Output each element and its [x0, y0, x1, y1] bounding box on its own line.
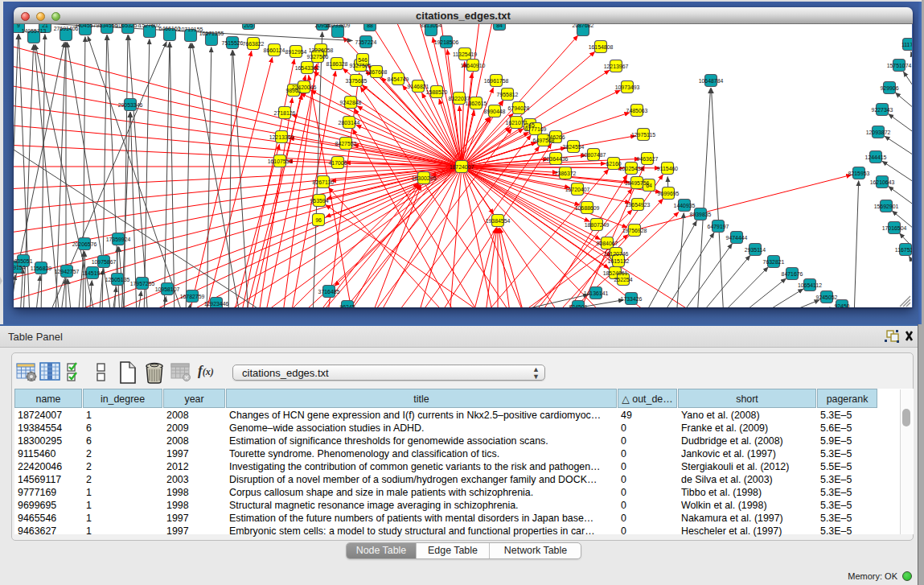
svg-text:7955812: 7955812	[497, 92, 519, 97]
svg-text:7632821: 7632821	[763, 259, 785, 265]
svg-text:1733426: 1733426	[621, 296, 643, 302]
svg-text:8990448: 8990448	[484, 109, 506, 114]
svg-text:1145194: 1145194	[82, 270, 103, 276]
svg-text:18724007: 18724007	[450, 164, 474, 170]
svg-text:21: 21	[42, 24, 48, 28]
svg-text:17016504: 17016504	[882, 225, 907, 231]
svg-text:9245052: 9245052	[816, 295, 838, 300]
svg-text:14055713: 14055713	[22, 28, 47, 34]
svg-text:88: 88	[367, 24, 373, 28]
svg-text:6479197: 6479197	[708, 224, 729, 229]
svg-text:9327505: 9327505	[350, 63, 372, 68]
svg-text:6466160: 6466160	[159, 26, 181, 31]
svg-text:9115460: 9115460	[657, 166, 678, 171]
svg-text:18640910: 18640910	[461, 63, 486, 68]
svg-text:9463627: 9463627	[637, 156, 659, 162]
svg-text:9777169: 9777169	[525, 126, 547, 132]
svg-text:8215953: 8215953	[848, 171, 870, 176]
svg-text:2935114: 2935114	[745, 247, 766, 253]
svg-text:12942757: 12942757	[55, 269, 80, 274]
svg-text:12923446: 12923446	[204, 301, 229, 307]
svg-text:12213369: 12213369	[269, 134, 294, 140]
svg-text:835051: 835051	[14, 258, 33, 264]
svg-text:10958107: 10958107	[155, 286, 180, 292]
svg-text:10973493: 10973493	[615, 84, 640, 90]
svg-text:12975115: 12975115	[631, 132, 655, 138]
svg-text:7357224: 7357224	[355, 39, 377, 45]
svg-text:19218506: 19218506	[434, 39, 459, 45]
svg-text:8186328: 8186328	[326, 61, 348, 67]
svg-text:10025438: 10025438	[619, 166, 644, 171]
svg-text:17359924: 17359924	[106, 237, 131, 242]
svg-text:16671355: 16671355	[199, 31, 224, 36]
svg-text:2867608: 2867608	[366, 69, 388, 75]
svg-text:8471676: 8471676	[782, 271, 803, 277]
svg-text:29053346: 29053346	[118, 102, 143, 108]
svg-text:16782759: 16782759	[180, 294, 205, 299]
svg-text:205: 205	[244, 24, 253, 28]
svg-text:7663822: 7663822	[243, 41, 265, 47]
svg-text:10654112: 10654112	[798, 282, 822, 288]
svg-text:1615132: 1615132	[608, 258, 630, 264]
svg-text:8660124: 8660124	[264, 47, 285, 53]
svg-text:3404557: 3404557	[75, 24, 97, 28]
svg-text:18300295: 18300295	[412, 175, 437, 181]
svg-text:2087682: 2087682	[573, 24, 594, 28]
svg-text:9242848: 9242848	[340, 100, 362, 105]
svg-text:14136141: 14136141	[584, 290, 609, 296]
svg-text:1527602: 1527602	[139, 24, 161, 28]
svg-text:9227343: 9227343	[872, 107, 893, 113]
svg-text:18807249: 18807249	[585, 222, 610, 228]
svg-text:20364436: 20364436	[544, 156, 569, 162]
svg-text:12093872: 12093872	[866, 130, 891, 135]
svg-text:12213967: 12213967	[604, 64, 629, 69]
svg-text:9327506: 9327506	[307, 54, 329, 60]
svg-text:546: 546	[358, 57, 368, 63]
svg-text:17957255: 17957255	[130, 281, 155, 286]
svg-text:3375685: 3375685	[346, 78, 368, 84]
svg-text:1588520: 1588520	[426, 89, 448, 95]
svg-text:7485063: 7485063	[626, 108, 648, 113]
svg-text:10120746: 10120746	[604, 251, 629, 257]
svg-text:3824554: 3824554	[563, 144, 585, 150]
svg-text:19654923: 19654923	[626, 202, 651, 208]
svg-text:1621072: 1621072	[506, 120, 528, 126]
svg-text:12505135: 12505135	[105, 277, 130, 282]
svg-text:18524861: 18524861	[603, 270, 628, 276]
svg-text:929906: 929906	[881, 85, 899, 91]
svg-text:96: 96	[315, 217, 322, 223]
svg-text:252254: 252254	[614, 277, 633, 282]
svg-text:1440935: 1440935	[674, 203, 696, 208]
svg-text:16961758: 16961758	[484, 78, 509, 84]
svg-text:8813054: 8813054	[421, 24, 442, 28]
svg-text:11175: 11175	[901, 42, 912, 47]
svg-text:8427552: 8427552	[335, 141, 357, 146]
svg-text:96245: 96245	[339, 304, 355, 307]
svg-text:16107553: 16107553	[268, 159, 293, 164]
svg-text:1244415: 1244415	[865, 154, 887, 160]
svg-text:16033809: 16033809	[326, 24, 351, 28]
svg-text:939154: 939154	[14, 265, 26, 270]
svg-text:92450: 92450	[834, 303, 849, 307]
svg-text:15751074: 15751074	[887, 63, 912, 68]
svg-text:9474444: 9474444	[726, 235, 748, 241]
svg-text:8912954: 8912954	[285, 49, 307, 55]
svg-text:16543362: 16543362	[295, 65, 320, 71]
svg-text:15720407: 15720407	[565, 187, 590, 192]
svg-text:10648784: 10648784	[699, 78, 724, 84]
svg-text:13226058: 13226058	[309, 47, 334, 53]
svg-text:2718126: 2718126	[274, 110, 296, 116]
svg-text:10975867: 10975867	[92, 259, 117, 265]
svg-text:64: 64	[646, 183, 652, 188]
svg-text:6794028: 6794028	[508, 105, 530, 111]
svg-text:84: 84	[496, 24, 503, 28]
svg-text:9634556: 9634556	[97, 24, 118, 28]
svg-text:9146821: 9146821	[408, 84, 429, 89]
svg-text:15692901: 15692901	[874, 204, 899, 209]
svg-text:10688609: 10688609	[575, 205, 600, 211]
svg-text:6497568: 6497568	[533, 138, 555, 143]
svg-text:2803144: 2803144	[339, 120, 360, 126]
svg-text:1167534: 1167534	[895, 247, 912, 253]
svg-text:1156829: 1156829	[31, 266, 51, 271]
svg-text:1362615: 1362615	[466, 101, 487, 106]
